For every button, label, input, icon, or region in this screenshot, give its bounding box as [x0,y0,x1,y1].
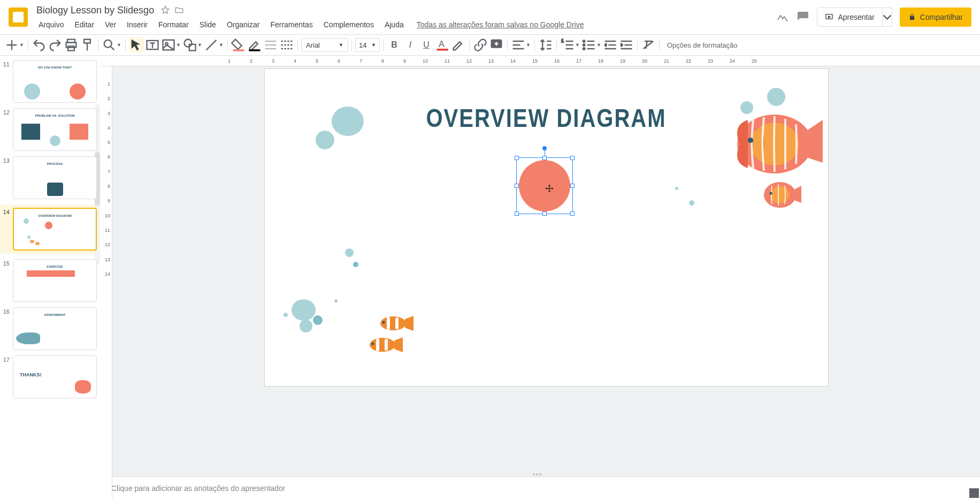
selection-box[interactable] [516,157,573,214]
font-size-select[interactable]: 14 ▼ [355,38,380,52]
resize-handle-ne[interactable] [570,156,575,160]
share-button[interactable]: Compartilhar [900,7,971,27]
thumb-row[interactable]: 13 PROCESS [2,156,97,199]
present-dropdown-arrow[interactable] [883,7,892,27]
thumb-row[interactable]: 14 OVERVIEW DIAGRAM [0,205,99,254]
saved-status-link[interactable]: Todas as alterações foram salvas no Goog… [417,20,584,29]
slide-thumb-11[interactable]: DO YOU KNOW THIS? [13,60,97,103]
line-tool[interactable] [204,37,219,52]
shape-tool[interactable] [182,37,197,52]
select-tool[interactable] [129,37,144,52]
rotation-handle[interactable] [542,146,547,150]
star-icon[interactable] [160,5,170,15]
zoom-dropdown[interactable]: ▼ [117,42,122,48]
underline-button[interactable]: U [419,37,434,52]
thumb-number: 17 [2,356,10,398]
comments-icon[interactable] [797,11,809,24]
menu-organizar[interactable]: Organizar [223,18,264,31]
indent-decrease-button[interactable] [603,37,618,52]
activity-icon[interactable] [776,11,789,24]
fill-color-button[interactable] [231,37,246,52]
ruler-tick: 14 [494,56,516,64]
resize-handle-s[interactable] [542,211,547,216]
align-button[interactable] [511,37,526,52]
redo-button[interactable] [48,37,63,52]
image-tool[interactable] [161,37,176,52]
menu-complementos[interactable]: Complementos [319,18,378,31]
chevron-down-icon: ▼ [371,42,376,48]
highlight-button[interactable] [451,37,466,52]
ruler-tick: 14 [105,267,112,282]
slide-canvas[interactable]: OVERVIEW DIAGRAM [264,69,829,387]
new-slide-dropdown[interactable]: ▼ [19,42,25,48]
document-title[interactable]: Biology Lesson by Slidesgo [34,4,156,17]
text-color-button[interactable]: A [435,37,450,52]
image-dropdown[interactable]: ▼ [176,42,181,48]
ruler-tick: 24 [713,56,735,64]
bullet-list-dropdown[interactable]: ▼ [596,42,602,48]
border-dash-button[interactable] [279,37,294,52]
resize-handle-e[interactable] [570,184,575,188]
thumb-row[interactable]: 11 DO YOU KNOW THIS? [2,60,97,103]
indent-increase-button[interactable] [619,37,634,52]
line-spacing-button[interactable] [538,37,553,52]
move-folder-icon[interactable] [174,5,184,15]
ruler-vertical[interactable]: 1 2 3 4 5 6 7 8 9 10 11 12 13 14 [102,66,112,499]
italic-button[interactable]: I [403,37,418,52]
ruler-tick: 7 [340,56,362,64]
resize-handle-se[interactable] [570,211,575,216]
thumb-row[interactable]: 12 PROBLEM VS. SOLUTION [2,108,97,151]
thumb-row[interactable]: 15 EXERCISE [2,259,97,302]
present-button[interactable]: Apresentar [817,7,882,27]
menu-ajuda[interactable]: Ajuda [380,18,408,31]
clear-format-button[interactable] [641,37,656,52]
menu-arquivo[interactable]: Arquivo [34,18,68,31]
menu-inserir[interactable]: Inserir [122,18,152,31]
resize-handle-n[interactable] [542,156,547,160]
slide-thumb-13[interactable]: PROCESS [13,156,97,199]
menu-formatar[interactable]: Formatar [154,18,193,31]
menu-slide[interactable]: Slide [195,18,220,31]
slide-thumb-15[interactable]: EXERCISE [13,259,97,302]
numbered-list-button[interactable]: 1 [560,37,575,52]
textbox-tool[interactable] [145,37,160,52]
menu-ver[interactable]: Ver [101,18,120,31]
canvas-scroll[interactable]: OVERVIEW DIAGRAM [112,66,980,472]
thumb-row[interactable]: 16 ASSIGNMENT [2,307,97,350]
ruler-tick: 10 [406,56,428,64]
filmstrip[interactable]: 11 DO YOU KNOW THIS? 12 PROBLEM VS. SOLU… [0,56,102,499]
ruler-horizontal[interactable]: 1 2 3 4 5 6 7 8 9 10 11 12 13 14 15 16 1… [102,56,980,66]
slide-thumb-16[interactable]: ASSIGNMENT [13,307,97,350]
menu-ferramentas[interactable]: Ferramentas [266,18,317,31]
link-button[interactable] [473,37,488,52]
shape-dropdown[interactable]: ▼ [197,42,203,48]
add-comment-button[interactable] [489,37,504,52]
explore-button[interactable] [969,488,979,498]
slide-thumb-12[interactable]: PROBLEM VS. SOLUTION [13,108,97,151]
slides-brand-icon[interactable] [9,7,28,27]
print-button[interactable] [64,37,79,52]
align-dropdown[interactable]: ▼ [526,42,531,48]
undo-button[interactable] [32,37,47,52]
format-options-button[interactable]: Opções de formatação [667,41,738,49]
paint-format-button[interactable] [80,37,95,52]
notes-resize-bar[interactable] [102,472,980,477]
numbered-list-dropdown[interactable]: ▼ [575,42,580,48]
slide-title[interactable]: OVERVIEW DIAGRAM [426,104,666,133]
slide-thumb-17[interactable]: THANKS! [13,356,97,398]
slide-thumb-14[interactable]: OVERVIEW DIAGRAM [13,208,97,251]
bullet-list-button[interactable] [581,37,596,52]
border-color-button[interactable] [247,37,262,52]
resize-handle-nw[interactable] [515,156,519,160]
zoom-button[interactable] [102,37,117,52]
menu-editar[interactable]: Editar [70,18,98,31]
font-family-select[interactable]: Arial ▼ [301,38,348,52]
border-weight-button[interactable] [263,37,278,52]
new-slide-button[interactable] [4,37,19,52]
speaker-notes[interactable]: Clique para adicionar as anotações do ap… [102,477,980,499]
resize-handle-sw[interactable] [515,211,519,216]
thumb-row[interactable]: 17 THANKS! [2,356,97,398]
line-dropdown[interactable]: ▼ [219,42,224,48]
resize-handle-w[interactable] [515,184,519,188]
bold-button[interactable]: B [387,37,402,52]
